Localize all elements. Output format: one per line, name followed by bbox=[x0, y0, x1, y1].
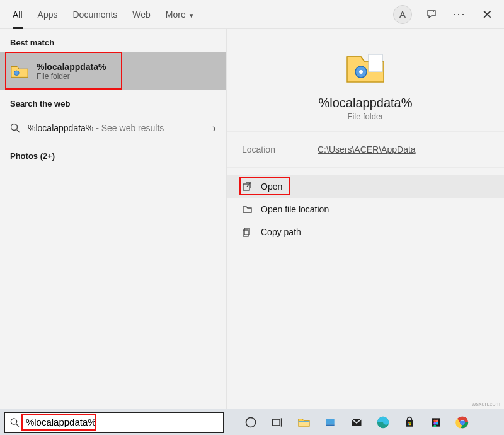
svg-rect-14 bbox=[273, 419, 280, 426]
open-icon bbox=[242, 182, 252, 192]
section-best-match: Best match bbox=[0, 29, 226, 52]
web-suffix: - See web results bbox=[93, 123, 164, 133]
tab-documents[interactable]: Documents bbox=[65, 0, 125, 29]
feedback-icon[interactable] bbox=[423, 6, 440, 23]
chrome-icon[interactable] bbox=[455, 415, 470, 430]
edge-icon[interactable] bbox=[375, 415, 391, 430]
folder-with-gear-icon bbox=[10, 62, 29, 81]
preview-subtitle: File folder bbox=[347, 112, 383, 121]
svg-rect-9 bbox=[244, 228, 249, 235]
svg-point-11 bbox=[11, 418, 16, 424]
watermark: wsxdn.com bbox=[472, 401, 500, 407]
close-icon[interactable]: ✕ bbox=[479, 6, 495, 23]
header-right: A ··· ✕ bbox=[393, 5, 499, 24]
result-subtitle: File folder bbox=[37, 72, 106, 81]
svg-rect-10 bbox=[243, 230, 248, 236]
tab-more[interactable]: More▼ bbox=[158, 0, 202, 29]
taskbar-search-box[interactable] bbox=[4, 412, 224, 433]
tab-all[interactable]: All bbox=[5, 0, 30, 29]
svg-point-30 bbox=[436, 422, 438, 424]
svg-point-28 bbox=[436, 419, 438, 422]
svg-point-31 bbox=[433, 424, 436, 427]
folder-icon bbox=[242, 204, 252, 214]
web-result-row[interactable]: %localappdata% - See web results › bbox=[0, 113, 226, 142]
actions-list: Open Open file location Copy path bbox=[227, 171, 504, 247]
svg-rect-17 bbox=[299, 421, 309, 422]
chevron-down-icon: ▼ bbox=[188, 12, 195, 19]
svg-rect-24 bbox=[408, 423, 410, 425]
svg-point-6 bbox=[359, 70, 363, 74]
preview-header: %localappdata% File folder bbox=[227, 42, 504, 132]
svg-point-1 bbox=[14, 71, 20, 76]
action-ofl-label: Open file location bbox=[261, 204, 329, 214]
mail-icon[interactable] bbox=[349, 415, 364, 430]
taskbar bbox=[0, 409, 504, 435]
avatar[interactable]: A bbox=[393, 5, 412, 24]
svg-point-13 bbox=[246, 417, 256, 427]
location-label: Location bbox=[242, 144, 318, 154]
action-open-file-location[interactable]: Open file location bbox=[227, 198, 504, 221]
chevron-right-icon: › bbox=[212, 122, 216, 135]
app-icon[interactable] bbox=[323, 415, 338, 430]
svg-line-3 bbox=[17, 130, 20, 133]
location-value[interactable]: C:\Users\ACER\AppData bbox=[318, 144, 416, 154]
svg-rect-25 bbox=[410, 423, 411, 425]
tabs: All Apps Documents Web More▼ bbox=[5, 0, 202, 29]
folder-with-gear-icon bbox=[343, 48, 387, 86]
copy-icon bbox=[242, 227, 252, 237]
svg-point-0 bbox=[433, 11, 434, 12]
header: All Apps Documents Web More▼ A ··· ✕ bbox=[0, 0, 504, 29]
figma-icon[interactable] bbox=[428, 415, 444, 430]
best-match-result[interactable]: %localappdata% File folder bbox=[0, 52, 226, 90]
action-open[interactable]: Open bbox=[227, 175, 504, 198]
web-query: %localappdata% bbox=[28, 123, 93, 133]
svg-rect-22 bbox=[408, 422, 410, 424]
svg-rect-18 bbox=[326, 419, 334, 424]
svg-point-2 bbox=[11, 124, 18, 130]
section-photos: Photos (2+) bbox=[0, 142, 226, 166]
svg-rect-19 bbox=[326, 424, 334, 426]
preview-column: %localappdata% File folder Location C:\U… bbox=[227, 29, 504, 409]
section-search-web: Search the web bbox=[0, 90, 226, 113]
store-icon[interactable] bbox=[402, 415, 417, 430]
location-row: Location C:\Users\ACER\AppData bbox=[227, 132, 504, 168]
taskbar-icons bbox=[243, 415, 470, 430]
file-explorer-icon[interactable] bbox=[296, 415, 311, 430]
task-view-icon[interactable] bbox=[270, 415, 285, 430]
preview-title: %localappdata% bbox=[319, 96, 413, 110]
results-column: Best match %localappdata% File folder Se… bbox=[0, 29, 227, 409]
tab-web[interactable]: Web bbox=[125, 0, 158, 29]
body: Best match %localappdata% File folder Se… bbox=[0, 29, 504, 409]
svg-rect-23 bbox=[410, 422, 411, 424]
action-open-label: Open bbox=[261, 182, 282, 192]
svg-line-12 bbox=[16, 424, 19, 426]
search-input[interactable] bbox=[25, 416, 218, 428]
action-copy-path[interactable]: Copy path bbox=[227, 221, 504, 243]
result-title: %localappdata% bbox=[37, 62, 106, 72]
search-panel: All Apps Documents Web More▼ A ··· ✕ Bes… bbox=[0, 0, 504, 409]
search-icon bbox=[10, 417, 20, 427]
svg-point-35 bbox=[461, 420, 464, 424]
action-copy-label: Copy path bbox=[261, 227, 301, 237]
more-options-icon[interactable]: ··· bbox=[451, 6, 467, 23]
svg-rect-4 bbox=[369, 54, 382, 72]
result-texts: %localappdata% File folder bbox=[37, 62, 106, 81]
tab-apps[interactable]: Apps bbox=[30, 0, 66, 29]
cortana-icon[interactable] bbox=[243, 415, 258, 430]
search-icon bbox=[10, 123, 20, 133]
svg-line-8 bbox=[247, 183, 251, 187]
tab-more-label: More bbox=[166, 9, 186, 20]
